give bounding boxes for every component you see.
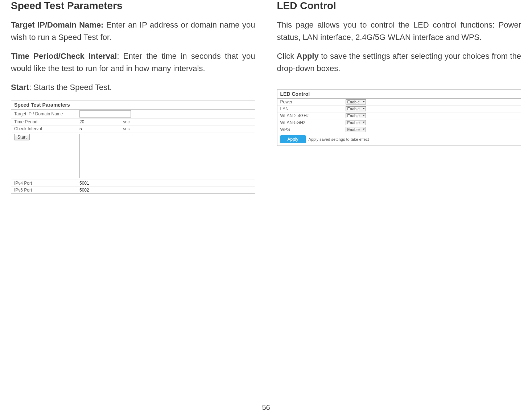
- apply-note: Apply saved settings to take effect: [309, 137, 369, 141]
- wlan5-select[interactable]: Enable: [346, 120, 366, 125]
- para-led-intro: This page allows you to control the LED …: [277, 19, 521, 44]
- led-control-screenshot: LED Control Power Enable LAN Enable WLAN…: [277, 89, 521, 146]
- wps-select[interactable]: Enable: [346, 127, 366, 132]
- start-button[interactable]: Start: [14, 134, 30, 140]
- row-ipv4: IPv4 Port 5001: [11, 180, 255, 187]
- time-period-label: Time Period: [14, 119, 79, 124]
- check-interval-label: Check Interval: [14, 126, 79, 131]
- power-label: Power: [280, 99, 346, 104]
- lan-label: LAN: [280, 106, 346, 111]
- start-text: : Starts the Speed Test.: [29, 83, 112, 92]
- para-time: Time Period/Check Interval: Enter the ti…: [11, 50, 255, 75]
- time-period-value[interactable]: 20: [79, 119, 123, 124]
- speed-output-textarea[interactable]: [79, 134, 207, 178]
- row-power: Power Enable: [277, 99, 521, 106]
- row-wps: WPS Enable: [277, 126, 521, 133]
- speed-test-heading: Speed Test Parameters: [11, 0, 255, 12]
- wlan5-label: WLAN-5GHz: [280, 120, 346, 125]
- target-ip-input[interactable]: [79, 110, 131, 118]
- speed-ss-title: Speed Test Parameters: [11, 100, 255, 110]
- para-apply: Click Apply to save the settings after s…: [277, 50, 521, 75]
- apply-bold: Apply: [297, 52, 319, 61]
- apply-button[interactable]: Apply: [280, 135, 306, 143]
- ipv4-port-label: IPv4 Port: [14, 181, 79, 186]
- row-lan: LAN Enable: [277, 106, 521, 112]
- ipv6-port-value: 5002: [79, 188, 123, 193]
- led-control-heading: LED Control: [277, 0, 521, 12]
- ipv4-port-value: 5001: [79, 181, 123, 186]
- wlan24-select[interactable]: Enable: [346, 113, 366, 118]
- row-wlan24: WLAN-2.4GHz Enable: [277, 112, 521, 119]
- lan-select[interactable]: Enable: [346, 106, 366, 111]
- row-wlan5: WLAN-5GHz Enable: [277, 119, 521, 126]
- row-time-period: Time Period 20 sec: [11, 119, 255, 126]
- target-bold: Target IP/Domain Name:: [11, 20, 103, 29]
- row-apply: Apply Apply saved settings to take effec…: [277, 133, 521, 145]
- led-ss-title: LED Control: [277, 90, 521, 99]
- speed-test-screenshot: Speed Test Parameters Target IP / Domain…: [11, 100, 255, 194]
- row-start: Start: [11, 132, 255, 180]
- row-ipv6: IPv6 Port 5002: [11, 187, 255, 193]
- time-bold: Time Period/Check Interval: [11, 52, 117, 61]
- wlan24-label: WLAN-2.4GHz: [280, 113, 346, 118]
- time-period-unit: sec: [123, 119, 130, 124]
- page-number: 56: [0, 403, 532, 412]
- para-start: Start: Starts the Speed Test.: [11, 81, 255, 94]
- row-check-interval: Check Interval 5 sec: [11, 126, 255, 132]
- check-interval-unit: sec: [123, 126, 130, 131]
- left-column: Speed Test Parameters Target IP/Domain N…: [11, 0, 255, 194]
- row-target: Target IP / Domain Name: [11, 110, 255, 119]
- check-interval-value[interactable]: 5: [79, 126, 123, 131]
- power-select[interactable]: Enable: [346, 99, 366, 104]
- right-column: LED Control This page allows you to cont…: [277, 0, 521, 194]
- start-bold: Start: [11, 83, 29, 92]
- wps-label: WPS: [280, 127, 346, 132]
- ipv6-port-label: IPv6 Port: [14, 188, 79, 193]
- apply-pre: Click: [277, 52, 297, 61]
- para-target: Target IP/Domain Name: Enter an IP addre…: [11, 19, 255, 44]
- target-ip-label: Target IP / Domain Name: [14, 111, 79, 116]
